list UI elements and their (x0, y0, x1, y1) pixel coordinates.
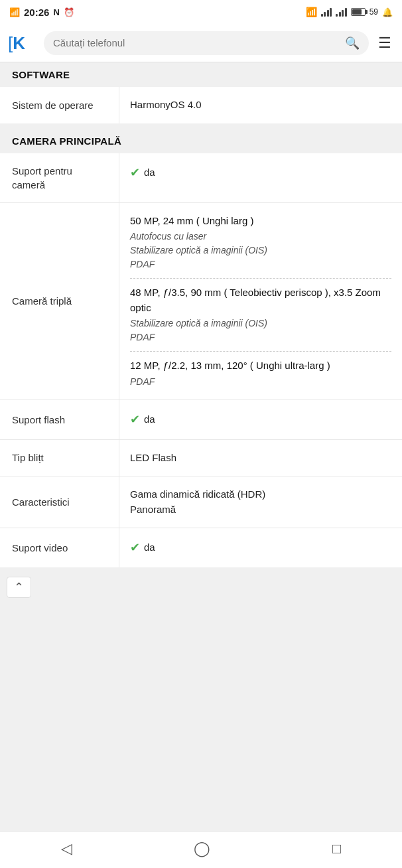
flash-check-icon: ✔ (130, 411, 140, 429)
back-to-top-button[interactable]: ⌃ (7, 577, 31, 598)
camera-section: CAMERA PRINCIPALĂ Suport pentru cameră ✔… (0, 129, 402, 568)
camera-1: 50 MP, 24 mm ( Unghi larg ) Autofocus cu… (130, 214, 391, 279)
camera-2: 48 MP, ƒ/3.5, 90 mm ( Teleobiectiv peris… (130, 285, 391, 352)
status-left: 📶 20:26 N ⏰ (9, 7, 74, 18)
logo-bracket: [ (8, 35, 13, 52)
back-to-top-area: ⌃ (0, 573, 402, 602)
software-section-header: SOFTWARE (0, 62, 402, 87)
sound-icon: 🔔 (382, 7, 393, 17)
signal2-icon (336, 7, 347, 17)
software-section: SOFTWARE Sistem de operare HarmonyOS 4.0 (0, 62, 402, 123)
camera-3-sub1: PDAF (130, 375, 391, 389)
camera-3-main: 12 MP, ƒ/2.2, 13 mm, 120° ( Unghi ultra-… (130, 358, 391, 374)
signal1-icon (321, 7, 332, 17)
triple-camera-row: Cameră triplă 50 MP, 24 mm ( Unghi larg … (0, 203, 402, 400)
camera-section-header: CAMERA PRINCIPALĂ (0, 129, 402, 153)
flash-support-value: ✔ da (119, 400, 402, 439)
camera-2-sub2: PDAF (130, 330, 391, 344)
flash-type-row: Tip blițt LED Flash (0, 440, 402, 477)
app-logo[interactable]: [ K (8, 35, 37, 52)
alarm-icon: ⏰ (64, 7, 74, 17)
check-icon: ✔ (130, 164, 140, 182)
camera-support-row: Suport pentru cameră ✔ da (0, 153, 402, 203)
bottom-navigation: ◁ ◯ □ (0, 831, 402, 868)
app-header: [ K 🔍 ☰ (0, 24, 402, 62)
menu-icon[interactable]: ☰ (375, 32, 394, 54)
logo-k: K (13, 35, 25, 52)
feature-2: Panoramă (130, 502, 391, 518)
camera-2-main: 48 MP, ƒ/3.5, 90 mm ( Teleobiectiv peris… (130, 285, 391, 315)
camera-1-sub3: PDAF (130, 257, 391, 271)
os-value: HarmonyOS 4.0 (119, 87, 402, 123)
video-support-row: Suport video ✔ da (0, 528, 402, 567)
content-area: SOFTWARE Sistem de operare HarmonyOS 4.0… (0, 62, 402, 831)
camera-1-main: 50 MP, 24 mm ( Unghi larg ) (130, 214, 391, 229)
camera-1-sub2: Stabilizare optică a imaginii (OIS) (130, 244, 391, 257)
video-support-value: ✔ da (119, 528, 402, 567)
flash-support-label: Suport flash (0, 400, 119, 439)
triple-camera-label: Cameră triplă (0, 203, 119, 399)
home-button[interactable]: ◯ (194, 840, 210, 857)
camera-3: 12 MP, ƒ/2.2, 13 mm, 120° ( Unghi ultra-… (130, 358, 391, 389)
camera-support-label: Suport pentru cameră (0, 153, 119, 202)
sim-icon: 📶 (9, 7, 20, 17)
flash-type-label: Tip blițt (0, 440, 119, 476)
chevron-up-icon: ⌃ (14, 580, 24, 595)
flash-support-row: Suport flash ✔ da (0, 400, 402, 440)
status-right: 📶 59 🔔 (306, 7, 393, 17)
recents-button[interactable]: □ (332, 840, 341, 857)
status-bar: 📶 20:26 N ⏰ 📶 59 🔔 (0, 0, 402, 24)
features-value: Gama dinamică ridicată (HDR) Panoramă (119, 476, 402, 528)
camera-support-value: ✔ da (119, 153, 402, 202)
video-support-label: Suport video (0, 528, 119, 567)
battery-icon (351, 8, 366, 16)
search-icon: 🔍 (345, 36, 360, 50)
n-icon: N (53, 7, 59, 17)
flash-type-value: LED Flash (119, 440, 402, 476)
search-input[interactable] (53, 37, 340, 48)
os-row: Sistem de operare HarmonyOS 4.0 (0, 87, 402, 123)
camera-1-sub1: Autofocus cu laser (130, 230, 391, 244)
video-check-icon: ✔ (130, 539, 140, 557)
back-button[interactable]: ◁ (61, 840, 72, 857)
features-row: Caracteristici Gama dinamică ridicată (H… (0, 476, 402, 528)
triple-camera-value: 50 MP, 24 mm ( Unghi larg ) Autofocus cu… (119, 203, 402, 399)
wifi-icon: 📶 (306, 7, 317, 17)
camera-2-sub1: Stabilizare optică a imaginii (OIS) (130, 317, 391, 330)
features-label: Caracteristici (0, 476, 119, 528)
status-time: 20:26 (24, 7, 49, 18)
os-label: Sistem de operare (0, 87, 119, 123)
battery-level: 59 (369, 7, 378, 17)
feature-1: Gama dinamică ridicată (HDR) (130, 487, 391, 502)
search-bar[interactable]: 🔍 (44, 31, 369, 55)
